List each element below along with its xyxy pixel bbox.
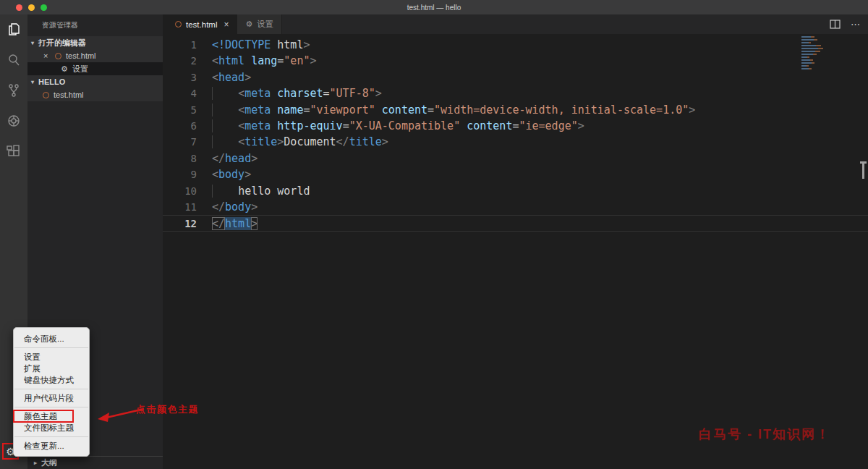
code-token: < — [212, 54, 218, 67]
menu-item[interactable]: 扩展 — [14, 363, 89, 374]
code-line[interactable]: 5 <meta name="viewport" content="width=d… — [163, 102, 868, 118]
folder-header-hello[interactable]: ▾ HELLO — [27, 75, 163, 88]
code-token: charset — [277, 87, 323, 100]
scrollbar-mark[interactable] — [862, 161, 864, 179]
code-token: hello world — [238, 185, 310, 198]
window-title: test.html — hello — [0, 4, 868, 12]
code-token — [271, 119, 277, 132]
menu-item[interactable]: 键盘快捷方式 — [14, 374, 89, 386]
line-number: 8 — [163, 151, 197, 166]
code-lines[interactable]: 1<!DOCTYPE html>2<html lang="en">3<head>… — [163, 34, 868, 469]
code-line[interactable]: 11</body> — [163, 199, 868, 215]
debug-icon[interactable] — [0, 106, 27, 136]
code-token: "viewport" — [310, 103, 375, 117]
code-line[interactable]: 10 hello world — [163, 183, 868, 199]
line-number: 6 — [163, 118, 197, 134]
code-token: Document — [284, 135, 336, 148]
search-icon[interactable] — [0, 45, 27, 75]
code-token: = — [427, 103, 434, 117]
code-line[interactable]: 12</html> — [163, 215, 868, 231]
minimap[interactable] — [801, 36, 830, 71]
tree-item-testhtml[interactable]: test.html — [27, 88, 163, 101]
code-token: http-equiv — [277, 119, 342, 132]
zoom-window-button[interactable] — [41, 4, 47, 11]
open-editors-section-header[interactable]: ▾ 打开的编辑器 — [27, 36, 163, 49]
code-token: title — [244, 135, 277, 148]
code-token: meta — [244, 119, 271, 132]
tab-settings[interactable]: ⚙ 设置 — [237, 14, 282, 34]
extensions-icon[interactable] — [0, 136, 27, 166]
code-line[interactable]: 1<!DOCTYPE html> — [163, 37, 868, 53]
tab-testhtml[interactable]: test.html × — [163, 14, 237, 34]
close-window-button[interactable] — [16, 4, 22, 11]
code-line[interactable]: 9<body> — [163, 166, 868, 182]
code-token: > — [251, 200, 258, 214]
split-editor-icon[interactable] — [830, 20, 841, 29]
code-token — [212, 87, 238, 100]
close-icon[interactable]: × — [224, 20, 229, 30]
code-line[interactable]: 2<html lang="en"> — [163, 53, 868, 69]
more-actions-icon[interactable]: ⋯ — [851, 19, 861, 30]
code-token: < — [212, 71, 218, 84]
code-line[interactable]: 7 <title>Document</title> — [163, 134, 868, 150]
line-number: 4 — [163, 85, 197, 101]
code-token — [244, 54, 251, 67]
code-token: > — [277, 135, 284, 148]
code-token: > — [251, 152, 258, 165]
code-line[interactable]: 4 <meta charset="UTF-8"> — [163, 85, 868, 101]
code-token: < — [238, 119, 244, 132]
code-token: = — [277, 54, 284, 67]
code-token: > — [578, 119, 584, 132]
open-editor-settings-label: 设置 — [72, 64, 88, 75]
menu-item[interactable]: 命令面板... — [14, 333, 89, 345]
menu-item[interactable]: 检查更新... — [14, 440, 89, 452]
gear-icon: ⚙ — [61, 64, 68, 74]
code-token — [212, 185, 238, 198]
source-control-icon[interactable] — [0, 75, 27, 106]
code-token — [375, 103, 382, 117]
menu-item[interactable]: 颜色主题 — [14, 410, 73, 422]
chevron-right-icon: ▸ — [34, 460, 41, 466]
code-token: > — [375, 87, 382, 100]
open-editor-filename: test.html — [66, 51, 96, 60]
code-token: html — [225, 217, 251, 230]
explorer-icon[interactable] — [0, 14, 27, 45]
code-token: title — [349, 135, 382, 148]
line-number: 1 — [163, 37, 197, 53]
code-token — [271, 103, 277, 117]
code-token: < — [212, 168, 218, 181]
folder-name: HELLO — [38, 77, 65, 86]
code-token: < — [238, 103, 244, 117]
line-number: 7 — [163, 134, 197, 150]
code-line[interactable]: 6 <meta http-equiv="X-UA-Compatible" con… — [163, 118, 868, 134]
open-editor-item-testhtml[interactable]: × test.html — [27, 49, 163, 62]
code-line[interactable]: 8</head> — [163, 151, 868, 166]
menu-item[interactable]: 用户代码片段 — [14, 392, 89, 404]
code-token: > — [303, 38, 310, 51]
code-line[interactable]: 3<head> — [163, 69, 868, 85]
open-editor-item-settings[interactable]: ⚙ 设置 — [27, 62, 163, 75]
tab-label: 设置 — [257, 19, 273, 30]
code-token: </ — [212, 217, 225, 230]
code-token: "X-UA-Compatible" — [349, 119, 461, 132]
menu-item[interactable]: 设置 — [14, 351, 89, 363]
line-number: 3 — [163, 69, 197, 85]
code-token: </ — [212, 200, 225, 214]
menu-item[interactable]: 文件图标主题 — [14, 422, 89, 434]
line-number: 2 — [163, 53, 197, 69]
open-editors-label: 打开的编辑器 — [38, 38, 86, 48]
title-bar: test.html — hello — [0, 0, 868, 14]
code-token: head — [218, 71, 244, 84]
code-token — [212, 135, 238, 148]
outline-section-header[interactable]: ▸ 大纲 — [27, 456, 163, 469]
manage-context-menu: 命令面板...设置扩展键盘快捷方式用户代码片段颜色主题文件图标主题检查更新... — [13, 327, 90, 457]
menu-separator — [14, 436, 88, 437]
menu-separator — [14, 347, 88, 348]
line-number: 12 — [163, 216, 197, 230]
minimize-window-button[interactable] — [28, 4, 35, 11]
outline-label: 大纲 — [41, 457, 57, 468]
code-token: < — [238, 87, 244, 100]
close-icon[interactable]: × — [43, 51, 51, 60]
menu-separator — [14, 407, 88, 407]
code-token: name — [277, 103, 303, 117]
